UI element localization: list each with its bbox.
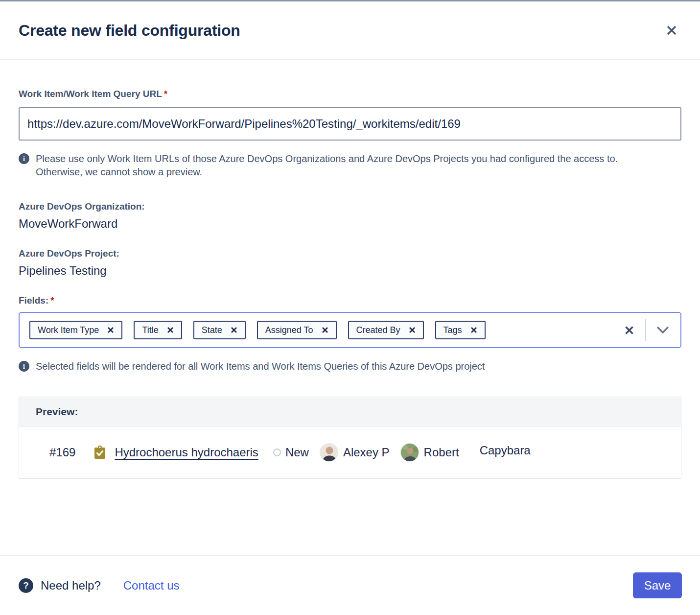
work-item-tags: Capybara [480, 444, 531, 457]
field-chip-label: Assigned To [265, 325, 313, 335]
fields-chips: Work Item TypeTitleStateAssigned ToCreat… [29, 321, 486, 339]
field-chip[interactable]: State [193, 321, 246, 339]
work-item-title-link[interactable]: Hydrochoerus hydrochaeris [115, 446, 258, 459]
fields-multiselect[interactable]: Work Item TypeTitleStateAssigned ToCreat… [19, 312, 681, 348]
fields-label: Fields:* [19, 295, 681, 306]
required-asterisk: * [164, 89, 167, 99]
field-chip-label: Created By [356, 325, 400, 335]
remove-field-icon[interactable] [107, 327, 114, 333]
required-asterisk: * [50, 295, 54, 306]
field-chip-label: State [202, 325, 222, 335]
url-field-label: Work Item/Work Item Query URL* [19, 89, 681, 99]
save-button[interactable]: Save [633, 572, 682, 598]
project-label: Azure DevOps Project: [19, 248, 681, 259]
field-chip-label: Tags [443, 325, 462, 335]
chevron-down-icon[interactable] [655, 325, 671, 335]
task-clipboard-check-icon [94, 446, 106, 459]
remove-field-icon[interactable] [322, 327, 328, 333]
state-circle-icon [273, 449, 281, 456]
dialog-header: Create new field configuration [0, 1, 700, 60]
url-field-label-text: Work Item/Work Item Query URL [19, 89, 162, 99]
fields-info-note-text: Selected fields will be rendered for all… [36, 360, 485, 373]
remove-field-icon[interactable] [167, 327, 174, 333]
field-chip[interactable]: Title [134, 321, 182, 339]
info-icon: i [19, 153, 29, 164]
field-chip[interactable]: Assigned To [257, 321, 337, 339]
assigned-to-name: Alexey P [343, 446, 390, 459]
fields-label-text: Fields: [19, 295, 48, 306]
create-field-configuration-dialog: Create new field configuration Work Item… [0, 0, 700, 615]
fields-info-note: i Selected fields will be rendered for a… [19, 360, 655, 373]
page-title: Create new field configuration [19, 22, 240, 40]
field-chip-label: Title [142, 325, 158, 335]
close-icon[interactable] [661, 20, 682, 41]
dialog-body: Work Item/Work Item Query URL* i Please … [0, 60, 700, 555]
contact-us-link[interactable]: Contact us [123, 579, 180, 592]
need-help-text: Need help? [41, 579, 101, 592]
org-value: MoveWorkForward [19, 217, 681, 231]
clear-all-icon[interactable] [623, 324, 636, 337]
work-item-preview-row: #169 Hydrochoerus hydrochaeris New [19, 426, 681, 478]
field-chip[interactable]: Created By [348, 321, 424, 339]
work-item-url-input[interactable] [19, 107, 681, 141]
project-value: Pipelines Testing [19, 264, 681, 278]
multiselect-divider [645, 319, 646, 341]
help-icon[interactable]: ? [19, 578, 33, 593]
work-item-state: New [285, 446, 309, 459]
field-chip[interactable]: Work Item Type [29, 321, 122, 339]
field-chip[interactable]: Tags [435, 321, 486, 339]
work-item-id: #169 [49, 446, 75, 459]
created-by-name: Robert [424, 446, 459, 459]
preview-panel: Preview: #169 Hydrochoerus hydrochaeris … [19, 397, 681, 479]
url-info-note-text: Please use only Work Item URLs of those … [36, 152, 655, 179]
remove-field-icon[interactable] [409, 327, 416, 333]
org-label: Azure DevOps Organization: [19, 201, 681, 212]
field-chip-label: Work Item Type [38, 325, 99, 335]
info-icon: i [19, 361, 29, 372]
preview-header: Preview: [19, 397, 681, 426]
multiselect-controls [623, 319, 671, 341]
remove-field-icon[interactable] [470, 327, 477, 333]
created-by-avatar [400, 443, 419, 462]
assigned-to-avatar [320, 443, 338, 462]
dialog-footer: ? Need help? Contact us Save [0, 555, 700, 615]
url-info-note: i Please use only Work Item URLs of thos… [19, 152, 655, 179]
remove-field-icon[interactable] [231, 327, 237, 333]
